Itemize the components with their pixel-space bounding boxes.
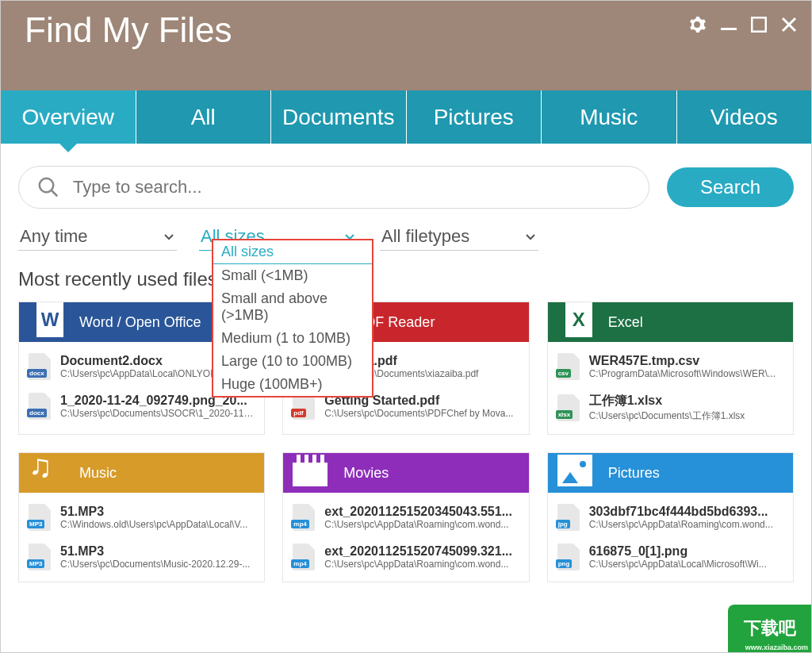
- file-category-grid: WWord / Open OfficedocxDocument2.docxC:\…: [1, 290, 811, 582]
- size-option[interactable]: Small and above (>1MB): [213, 287, 372, 327]
- file-path: C:\Users\pc\Documents\PDFChef by Mova...: [324, 408, 519, 419]
- file-row[interactable]: mp4ext_202011251520345043.551...C:\Users…: [283, 497, 528, 537]
- svg-line-3: [52, 190, 58, 197]
- tab-pictures[interactable]: Pictures: [407, 90, 542, 144]
- section-title: Most recently used files: [1, 251, 811, 290]
- watermark-url: www.xiazaiba.com: [745, 643, 808, 651]
- file-row[interactable]: xlsx工作簿1.xlsxC:\Users\pc\Documents\工作簿1.…: [548, 386, 793, 429]
- file-icon: docx: [29, 393, 52, 420]
- excel-icon: X: [553, 302, 597, 342]
- search-button[interactable]: Search: [667, 167, 794, 207]
- category-card: XExcelcsvWER457E.tmp.csvC:\ProgramData\M…: [547, 302, 794, 435]
- search-icon: [36, 175, 60, 199]
- size-option[interactable]: Large (10 to 100MB): [213, 350, 372, 373]
- file-icon: mp4: [293, 544, 316, 570]
- nav-tabs: OverviewAllDocumentsPicturesMusicVideos: [1, 90, 811, 144]
- app-title: Find My Files: [25, 10, 688, 50]
- card-title: Excel: [608, 314, 643, 331]
- tab-music[interactable]: Music: [542, 90, 677, 144]
- file-row[interactable]: MP351.MP3C:\Windows.old\Users\pc\AppData…: [19, 497, 264, 537]
- card-body: MP351.MP3C:\Windows.old\Users\pc\AppData…: [19, 493, 264, 582]
- file-name: 51.MP3: [60, 544, 255, 559]
- file-icon: xlsx: [557, 394, 581, 421]
- gear-icon[interactable]: [688, 15, 707, 37]
- card-header: Movies: [283, 453, 528, 493]
- pictures-icon: [553, 452, 597, 493]
- file-row[interactable]: png616875_0[1].pngC:\Users\pc\AppData\Lo…: [548, 537, 793, 577]
- chevron-down-icon: [524, 230, 537, 243]
- filter-size-dropdown: All sizesSmall (<1MB)Small and above (>1…: [212, 239, 373, 398]
- tab-documents[interactable]: Documents: [271, 90, 407, 144]
- movies-icon: [288, 452, 332, 493]
- file-name: ext_202011251520745099.321...: [324, 544, 519, 559]
- size-option[interactable]: Huge (100MB+): [213, 373, 372, 396]
- filter-type[interactable]: All filetypes: [380, 223, 538, 251]
- card-title: Music: [79, 465, 117, 482]
- file-icon: docx: [29, 353, 52, 380]
- word-icon: W: [24, 302, 68, 342]
- music-icon: [24, 452, 68, 493]
- file-name: 616875_0[1].png: [589, 544, 783, 559]
- tab-all[interactable]: All: [136, 90, 272, 144]
- chevron-down-icon: [163, 230, 175, 243]
- tab-videos[interactable]: Videos: [677, 90, 812, 144]
- file-row[interactable]: jpg303dbf71bc4f444bd5bd6393...C:\Users\p…: [548, 497, 793, 537]
- file-name: 工作簿1.xlsx: [589, 393, 783, 409]
- category-card: Picturesjpg303dbf71bc4f444bd5bd6393...C:…: [547, 452, 794, 582]
- file-path: C:\Windows.old\Users\pc\AppData\Local\V.…: [60, 519, 255, 530]
- file-icon: MP3: [29, 504, 52, 531]
- size-option[interactable]: Medium (1 to 10MB): [213, 327, 372, 350]
- tab-overview[interactable]: Overview: [1, 90, 136, 144]
- card-body: csvWER457E.tmp.csvC:\ProgramData\Microso…: [548, 342, 793, 434]
- close-icon[interactable]: [781, 17, 797, 36]
- file-icon: csv: [557, 353, 581, 380]
- file-path: C:\Users\pc\Documents\工作簿1.xlsx: [589, 409, 783, 423]
- filter-time-label: Any time: [20, 226, 88, 247]
- category-card: Moviesmp4ext_202011251520345043.551...C:…: [282, 452, 529, 582]
- window-controls: [688, 10, 797, 37]
- maximize-icon[interactable]: [751, 17, 767, 36]
- file-name: ext_202011251520345043.551...: [324, 505, 519, 519]
- svg-rect-0: [721, 28, 737, 30]
- file-path: C:\Users\pc\Documents\Music-2020.12.29-.…: [60, 559, 255, 570]
- card-title: Movies: [343, 465, 389, 482]
- file-path: C:\Users\pc\AppData\Roaming\com.wond...: [589, 519, 783, 530]
- watermark-text: 下载吧: [744, 617, 796, 640]
- filter-row: Any time All sizes All filetypes All siz…: [1, 209, 811, 251]
- size-option[interactable]: All sizes: [213, 240, 372, 264]
- card-title: Word / Open Office: [79, 314, 201, 331]
- file-row[interactable]: MP351.MP3C:\Users\pc\Documents\Music-202…: [19, 537, 264, 577]
- file-path: C:\ProgramData\Microsoft\Windows\WER\...: [589, 368, 783, 379]
- file-icon: jpg: [557, 504, 581, 531]
- file-icon: mp4: [293, 504, 316, 531]
- file-row[interactable]: mp4ext_202011251520745099.321...C:\Users…: [283, 537, 528, 577]
- watermark: 下载吧 www.xiazaiba.com: [728, 605, 811, 652]
- search-input[interactable]: [73, 177, 631, 198]
- category-card: MusicMP351.MP3C:\Windows.old\Users\pc\Ap…: [18, 452, 265, 582]
- search-field-wrapper[interactable]: [18, 166, 649, 209]
- title-bar: Find My Files: [1, 1, 811, 90]
- file-path: C:\Users\pc\AppData\Local\Microsoft\Wi..…: [589, 559, 783, 570]
- size-option[interactable]: Small (<1MB): [213, 264, 372, 287]
- minimize-icon[interactable]: [721, 17, 737, 36]
- card-body: mp4ext_202011251520345043.551...C:\Users…: [283, 493, 528, 582]
- file-name: WER457E.tmp.csv: [589, 354, 783, 368]
- svg-point-2: [40, 179, 54, 193]
- card-header: Pictures: [548, 453, 793, 493]
- card-title: Pictures: [608, 465, 660, 482]
- filter-type-label: All filetypes: [381, 226, 469, 247]
- file-name: 51.MP3: [60, 505, 255, 519]
- filter-time[interactable]: Any time: [18, 223, 177, 251]
- file-path: C:\Users\pc\Documents\JSOCR\1_2020-11-..…: [60, 408, 255, 419]
- card-header: XExcel: [548, 302, 793, 342]
- file-path: C:\Users\pc\AppData\Roaming\com.wond...: [324, 519, 519, 530]
- file-name: 303dbf71bc4f444bd5bd6393...: [589, 505, 783, 519]
- card-body: jpg303dbf71bc4f444bd5bd6393...C:\Users\p…: [548, 493, 793, 582]
- card-header: Music: [19, 453, 264, 493]
- file-path: C:\Users\pc\AppData\Roaming\com.wond...: [324, 559, 519, 570]
- file-row[interactable]: csvWER457E.tmp.csvC:\ProgramData\Microso…: [548, 347, 793, 386]
- search-toolbar: Search: [1, 144, 811, 209]
- svg-rect-1: [752, 17, 766, 32]
- file-icon: MP3: [29, 544, 52, 570]
- file-icon: png: [557, 544, 581, 570]
